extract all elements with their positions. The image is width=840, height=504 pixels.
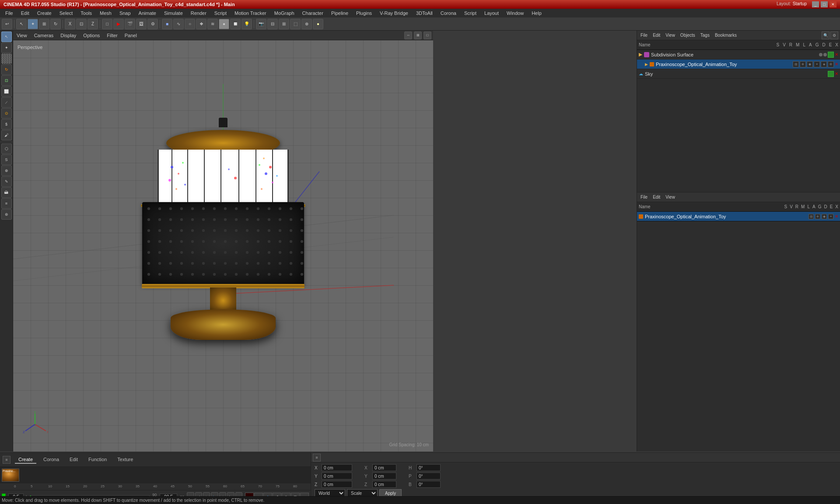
toolbar-floor[interactable]: ⬚ xyxy=(290,19,301,29)
tool-box[interactable]: ⬜ xyxy=(1,86,12,97)
menu-file[interactable]: File xyxy=(2,10,17,17)
tool-joint[interactable]: ⊕ xyxy=(1,165,12,176)
viewport-menu-cameras[interactable]: Cameras xyxy=(32,32,56,39)
menu-snap[interactable]: Snap xyxy=(116,10,134,17)
menu-mograph[interactable]: MoGraph xyxy=(271,10,298,17)
tool-brush[interactable]: 🖌 xyxy=(1,130,12,140)
menu-animate[interactable]: Animate xyxy=(135,10,160,17)
tool-polygon[interactable]: ⬡ xyxy=(1,144,12,154)
material-tab-function[interactable]: Function xyxy=(85,456,110,464)
toolbar-render-settings[interactable]: ⚙ xyxy=(147,19,158,29)
menu-3dtoall[interactable]: 3DToAll xyxy=(413,10,436,17)
viewport-fullscreen[interactable]: ↔ xyxy=(404,32,412,39)
viewport-menu-options[interactable]: Options xyxy=(81,32,102,39)
toolbar-material[interactable]: ● xyxy=(219,19,229,29)
tool-sculpt[interactable]: $ xyxy=(1,119,12,130)
toolbar-point-mode[interactable]: X xyxy=(65,19,75,29)
coord-z-input[interactable] xyxy=(322,481,352,488)
close-button[interactable]: ✕ xyxy=(830,1,836,7)
obj-menu-edit[interactable]: Edit xyxy=(651,33,662,38)
minimize-button[interactable]: _ xyxy=(812,1,819,7)
toolbar-axis[interactable]: ⊕ xyxy=(301,19,312,29)
coord-p-input[interactable] xyxy=(416,472,441,480)
menu-window[interactable]: Window xyxy=(503,10,527,17)
menu-simulate[interactable]: Simulate xyxy=(161,10,186,17)
viewport-options2[interactable]: ⊞ xyxy=(414,32,422,39)
toolbar-rotate[interactable]: ↻ xyxy=(50,19,61,29)
viewport-camera-btn[interactable]: □ xyxy=(424,32,431,39)
viewport-canvas[interactable]: Perspective Grid Spacing: 10 cm X Y Z xyxy=(13,40,433,452)
tool-terrain[interactable]: 🏔 xyxy=(1,187,12,198)
menu-select[interactable]: Select xyxy=(56,10,77,17)
tool-paint[interactable]: ✎ xyxy=(1,176,12,187)
tool-magnet[interactable]: ⊙ xyxy=(1,108,12,119)
obj-menu-view[interactable]: View xyxy=(664,33,677,38)
toolbar-scale[interactable]: ⊞ xyxy=(39,19,49,29)
toolbar-object-mode[interactable]: □ xyxy=(102,19,112,29)
coord-y-input[interactable] xyxy=(322,472,352,480)
obj-menu-file[interactable]: File xyxy=(639,33,649,38)
viewport-menu-filter[interactable]: Filter xyxy=(105,32,119,39)
material-tab-texture[interactable]: Texture xyxy=(114,456,136,464)
toolbar-move[interactable]: ✦ xyxy=(28,19,38,29)
menu-create[interactable]: Create xyxy=(34,10,55,17)
tool-line[interactable]: ⟋ xyxy=(1,97,12,108)
menu-render[interactable]: Render xyxy=(187,10,210,17)
tool-scale[interactable]: ⊡ xyxy=(1,75,12,86)
menu-edit[interactable]: Edit xyxy=(18,10,33,17)
coord-x-input[interactable] xyxy=(322,464,352,471)
toolbar-cube[interactable]: ■ xyxy=(162,19,172,29)
toolbar-poly-mode[interactable]: Z xyxy=(88,19,98,29)
menu-character[interactable]: Character xyxy=(299,10,327,17)
toolbar-anim-record[interactable]: ▶ xyxy=(113,19,124,29)
menu-layout[interactable]: Layout xyxy=(481,10,502,17)
toolbar-edge-mode[interactable]: ⊡ xyxy=(76,19,87,29)
coord-z2-input[interactable] xyxy=(372,481,396,488)
toolbar-cloner[interactable]: ❖ xyxy=(196,19,206,29)
material-swatch-1[interactable]: Praxino... xyxy=(2,469,19,482)
obj-menu-bookmarks[interactable]: Bookmarks xyxy=(713,33,738,38)
tool-rotate[interactable]: ↻ xyxy=(1,64,12,75)
toolbar-deformer[interactable]: ≋ xyxy=(207,19,218,29)
coord-h-input[interactable] xyxy=(416,464,441,471)
attr-selected-object-row[interactable]: Praxinoscope_Optical_Animation_Toy ▤ ⊕ ◉… xyxy=(637,212,840,221)
coord-x2-input[interactable] xyxy=(372,464,396,471)
coord-y2-input[interactable] xyxy=(372,472,396,480)
material-tab-create[interactable]: Create xyxy=(15,456,36,464)
toolbar-bulb[interactable]: ● xyxy=(313,19,323,29)
viewport-menu-display[interactable]: Display xyxy=(59,32,78,39)
menu-vray[interactable]: V-Ray Bridge xyxy=(376,10,412,17)
menu-mesh[interactable]: Mesh xyxy=(96,10,115,17)
toolbar-spline[interactable]: ∿ xyxy=(173,19,184,29)
obj-row-sky[interactable]: ☁ Sky ✕ xyxy=(637,69,840,79)
toolbar-nurbs[interactable]: ○ xyxy=(185,19,195,29)
tool-extra2[interactable]: ⊛ xyxy=(1,209,12,220)
material-tab-corona[interactable]: Corona xyxy=(40,456,63,464)
obj-search-icon[interactable]: 🔍 xyxy=(822,32,830,39)
obj-settings-icon[interactable]: ⚙ xyxy=(830,32,838,39)
toolbar-undo[interactable]: ↩ xyxy=(2,19,12,29)
toolbar-light[interactable]: 💡 xyxy=(242,19,252,29)
tool-checker[interactable] xyxy=(1,53,12,64)
menu-script2[interactable]: Script xyxy=(461,10,480,17)
menu-tools[interactable]: Tools xyxy=(77,10,95,17)
obj-row-praxinoscope[interactable]: ▶ Praxinoscope_Optical_Animation_Toy ▤ ⊕… xyxy=(637,60,840,69)
toolbar-texture[interactable]: 🔲 xyxy=(230,19,241,29)
viewport-menu-view[interactable]: View xyxy=(15,32,29,39)
obj-menu-tags[interactable]: Tags xyxy=(699,33,711,38)
toolbar-select[interactable]: ↖ xyxy=(16,19,27,29)
tool-extra1[interactable]: ≡ xyxy=(1,198,12,209)
tool-move[interactable]: ✦ xyxy=(1,42,12,53)
menu-script[interactable]: Script xyxy=(211,10,230,17)
attr-menu-view[interactable]: View xyxy=(664,195,677,200)
material-tab-edit[interactable]: Edit xyxy=(66,456,81,464)
maximize-button[interactable]: □ xyxy=(821,1,828,7)
coord-b-input[interactable] xyxy=(416,481,441,488)
attr-menu-edit[interactable]: Edit xyxy=(651,195,662,200)
tool-pointer[interactable]: ↖ xyxy=(1,32,12,42)
obj-menu-objects[interactable]: Objects xyxy=(679,33,697,38)
tool-spline-tool[interactable]: S xyxy=(1,154,12,165)
toolbar-grid[interactable]: ⊞ xyxy=(279,19,289,29)
menu-help[interactable]: Help xyxy=(528,10,545,17)
menu-motion-tracker[interactable]: Motion Tracker xyxy=(231,10,270,17)
